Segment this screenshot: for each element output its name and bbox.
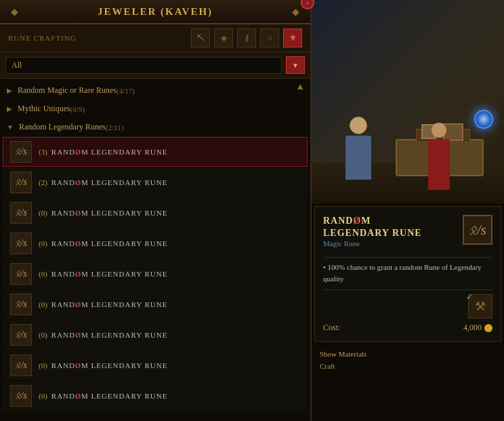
detail-divider-bottom: [323, 289, 492, 290]
item-icon-8: ᛟ/s: [10, 355, 32, 376]
item-row[interactable]: ᛟ/s (0) RANDØM LEGENDARY RUNE: [3, 289, 308, 319]
item-name-8: RANDØM LEGENDARY RUNE: [51, 361, 168, 369]
category-count-1: (4/17): [117, 87, 135, 95]
item-icon-4: ᛟ/s: [10, 233, 32, 254]
detail-type: Magic Rune: [323, 239, 432, 247]
action-links: Show Materials Craft: [312, 344, 504, 373]
detail-title: RANDØM LEGENDARY RUNE: [323, 215, 432, 239]
item-quantity-2: (2): [39, 178, 47, 186]
cost-label: Cost:: [323, 323, 340, 333]
category-magic-rare[interactable]: ▶ Random Magic or Rare Runes (4/17): [0, 81, 310, 100]
detail-item-icon: ᛟ/s: [463, 215, 492, 245]
category-arrow-3: ▼: [7, 123, 14, 131]
item-quantity-9: (0): [39, 392, 47, 400]
item-row[interactable]: ᛟ/s (0) RANDØM LEGENDARY RUNE: [3, 198, 308, 228]
craft-link[interactable]: Craft: [314, 361, 501, 372]
left-panel: JEWELER (KAVEH) × RUNE CRAFTING ⛏ ◈ ⚷ ○ …: [0, 0, 312, 421]
item-row[interactable]: ᛟ/s (0) RANDØM LEGENDARY RUNE: [3, 228, 308, 258]
item-row[interactable]: ᛟ/s (0) RANDØM LEGENDARY RUNE: [3, 350, 308, 380]
game-scene: [312, 0, 504, 203]
toolbar-icon-ring[interactable]: ○: [260, 28, 279, 47]
item-quantity-8: (0): [39, 361, 47, 369]
cost-value: 4,000: [463, 323, 492, 333]
item-icon-9: ᛟ/s: [10, 385, 32, 407]
detail-cost-row: Cost: 4,000: [323, 323, 492, 333]
item-icon-3: ᛟ/s: [10, 202, 32, 224]
rune-symbol-4: ᛟ/s: [15, 238, 26, 249]
rune-symbol-2: ᛟ/s: [15, 177, 26, 188]
craft-checkmark: ✓: [466, 292, 473, 302]
item-name-9: RANDØM LEGENDARY RUNE: [51, 392, 168, 400]
filter-bar: ▼: [0, 52, 310, 79]
title-bar: JEWELER (KAVEH) ×: [0, 0, 310, 24]
detail-panel: RANDØM LEGENDARY RUNE Magic Rune ᛟ/s 100…: [314, 206, 501, 342]
craft-icon-area: ✓ ⚒: [323, 294, 492, 319]
category-legendary[interactable]: ▼ Random Legendary Runes (2/11): [0, 118, 310, 136]
craft-icon: ✓ ⚒: [468, 294, 492, 319]
item-row[interactable]: ᛟ/s (0) RANDØM LEGENDARY RUNE: [3, 259, 308, 289]
category-label-2: Mythic Uniques: [18, 104, 70, 114]
item-quantity-1: (3): [39, 148, 47, 156]
category-label-3: Random Legendary Runes: [19, 122, 106, 132]
item-row[interactable]: ᛟ/s (3) RANDØM LEGENDARY RUNE: [3, 137, 308, 167]
item-row[interactable]: ᛟ/s (0) RANDØM LEGENDARY RUNE: [3, 381, 308, 411]
toolbar-icon-hammer[interactable]: ⛏: [191, 28, 210, 47]
rune-symbol-7: ᛟ/s: [15, 329, 26, 340]
item-quantity-3: (0): [39, 209, 47, 217]
scroll-up-indicator: ▲: [295, 81, 305, 92]
item-name-7: RANDØM LEGENDARY RUNE: [51, 331, 168, 339]
rune-symbol-8: ᛟ/s: [15, 360, 26, 371]
item-row[interactable]: ᛟ/s (0) RANDØM LEGENDARY RUNE: [3, 320, 308, 350]
item-name-1: RANDØM LEGENDARY RUNE: [51, 148, 168, 156]
category-count-3: (2/11): [106, 123, 123, 132]
rune-symbol-3: ᛟ/s: [15, 207, 26, 218]
gold-coin-icon: [484, 324, 492, 332]
detail-description: 100% chance to grant a random Rune of Le…: [323, 262, 492, 284]
item-name-5: RANDØM LEGENDARY RUNE: [51, 270, 168, 278]
item-quantity-4: (0): [39, 239, 47, 247]
rune-symbol-6: ᛟ/s: [15, 299, 26, 310]
toolbar-icons: ⛏ ◈ ⚷ ○ ⚜: [191, 28, 302, 47]
toolbar-title: RUNE CRAFTING: [8, 34, 77, 42]
toolbar-icon-gem[interactable]: ◈: [214, 28, 233, 47]
item-quantity-5: (0): [39, 270, 47, 278]
item-row[interactable]: ᛟ/s (2) RANDØM LEGENDARY RUNE: [3, 167, 308, 197]
filter-dropdown-button[interactable]: ▼: [286, 56, 305, 74]
item-quantity-6: (0): [39, 300, 47, 308]
item-icon-2: ᛟ/s: [10, 172, 32, 193]
detail-header: RANDØM LEGENDARY RUNE Magic Rune ᛟ/s: [323, 215, 492, 253]
item-name-2: RANDØM LEGENDARY RUNE: [51, 178, 168, 186]
cost-amount: 4,000: [463, 323, 482, 333]
item-list[interactable]: ▲ ▶ Random Magic or Rare Runes (4/17) ▶ …: [0, 79, 310, 421]
detail-divider-top: [323, 257, 492, 258]
rune-symbol-1: ᛟ/s: [15, 146, 26, 157]
filter-input[interactable]: [5, 57, 282, 74]
item-icon-6: ᛟ/s: [10, 294, 32, 315]
toolbar-icon-scroll[interactable]: ⚜: [283, 28, 302, 47]
category-arrow-2: ▶: [7, 105, 12, 113]
item-name-6: RANDØM LEGENDARY RUNE: [51, 300, 168, 308]
item-icon-7: ᛟ/s: [10, 324, 32, 346]
window-title: JEWELER (KAVEH): [98, 6, 213, 17]
detail-title-block: RANDØM LEGENDARY RUNE Magic Rune: [323, 215, 432, 253]
category-arrow-1: ▶: [7, 87, 12, 94]
right-panel: RANDØM LEGENDARY RUNE Magic Rune ᛟ/s 100…: [312, 0, 504, 421]
item-icon-1: ᛟ/s: [10, 141, 32, 163]
item-name-4: RANDØM LEGENDARY RUNE: [51, 239, 168, 247]
show-materials-link[interactable]: Show Materials: [314, 348, 501, 359]
category-label-1: Random Magic or Rare Runes: [18, 85, 117, 96]
toolbar: RUNE CRAFTING ⛏ ◈ ⚷ ○ ⚜: [0, 24, 310, 52]
craft-icon-symbol: ⚒: [475, 299, 486, 314]
detail-rune-symbol: ᛟ/s: [469, 222, 486, 238]
item-icon-5: ᛟ/s: [10, 263, 32, 285]
item-quantity-7: (0): [39, 331, 47, 339]
toolbar-icon-key[interactable]: ⚷: [237, 28, 256, 47]
rune-symbol-5: ᛟ/s: [15, 268, 26, 279]
category-count-2: (0/9): [70, 105, 85, 113]
category-mythic[interactable]: ▶ Mythic Uniques (0/9): [0, 100, 310, 118]
item-name-3: RANDØM LEGENDARY RUNE: [51, 209, 168, 217]
rune-symbol-9: ᛟ/s: [15, 390, 26, 401]
